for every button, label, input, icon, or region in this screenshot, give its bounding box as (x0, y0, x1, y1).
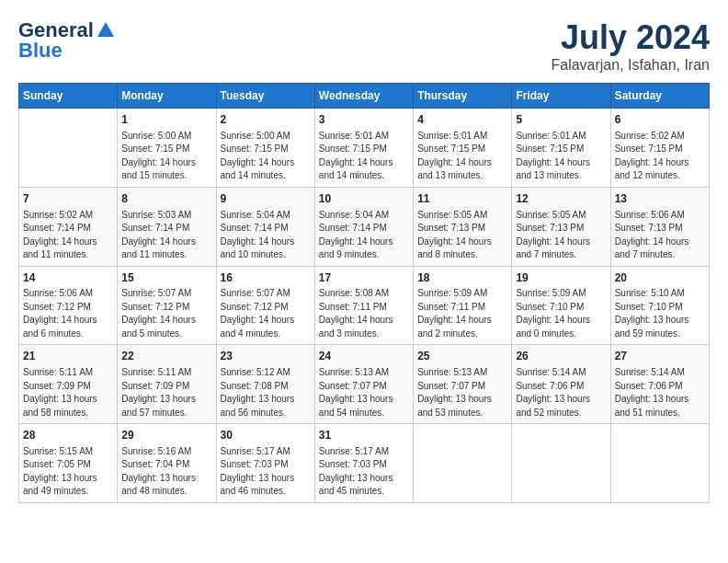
day-number: 23 (221, 349, 311, 364)
location-title: Falavarjan, Isfahan, Iran (551, 57, 710, 74)
weekday-header-saturday: Saturday (610, 84, 709, 109)
day-info: Sunrise: 5:13 AMSunset: 7:07 PMDaylight:… (319, 366, 409, 419)
day-info: Sunrise: 5:04 AMSunset: 7:14 PMDaylight:… (221, 209, 311, 262)
day-info: Sunrise: 5:16 AMSunset: 7:04 PMDaylight:… (121, 445, 211, 499)
calendar-cell: 14Sunrise: 5:06 AMSunset: 7:12 PMDayligh… (19, 266, 118, 345)
calendar-cell: 11Sunrise: 5:05 AMSunset: 7:13 PMDayligh… (414, 187, 512, 266)
day-number: 3 (319, 112, 409, 128)
day-number: 27 (615, 349, 705, 364)
day-info: Sunrise: 5:05 AMSunset: 7:13 PMDaylight:… (417, 209, 507, 262)
day-info: Sunrise: 5:02 AMSunset: 7:15 PMDaylight:… (615, 130, 705, 183)
weekday-header-monday: Monday (118, 84, 216, 109)
day-info: Sunrise: 5:05 AMSunset: 7:13 PMDaylight:… (516, 209, 606, 262)
calendar-cell: 1Sunrise: 5:00 AMSunset: 7:15 PMDaylight… (118, 109, 216, 188)
title-block: July 2024 Falavarjan, Isfahan, Iran (551, 18, 710, 74)
day-number: 6 (615, 112, 705, 128)
calendar-cell: 7Sunrise: 5:02 AMSunset: 7:14 PMDaylight… (19, 187, 118, 266)
calendar-cell: 3Sunrise: 5:01 AMSunset: 7:15 PMDaylight… (314, 109, 413, 188)
day-number: 30 (221, 428, 311, 443)
calendar-cell (19, 109, 118, 188)
day-number: 7 (23, 191, 113, 207)
day-info: Sunrise: 5:00 AMSunset: 7:15 PMDaylight:… (121, 130, 211, 183)
svg-marker-0 (97, 22, 114, 37)
calendar-cell: 17Sunrise: 5:08 AMSunset: 7:11 PMDayligh… (314, 266, 413, 345)
day-number: 18 (417, 270, 507, 286)
day-number: 20 (615, 270, 705, 286)
logo: General Blue (18, 18, 116, 63)
day-info: Sunrise: 5:17 AMSunset: 7:03 PMDaylight:… (221, 445, 311, 499)
calendar-cell: 27Sunrise: 5:14 AMSunset: 7:06 PMDayligh… (610, 345, 709, 424)
day-info: Sunrise: 5:09 AMSunset: 7:10 PMDaylight:… (516, 287, 606, 340)
weekday-row: SundayMondayTuesdayWednesdayThursdayFrid… (19, 84, 710, 109)
calendar-cell: 10Sunrise: 5:04 AMSunset: 7:14 PMDayligh… (314, 187, 413, 266)
weekday-header-friday: Friday (512, 84, 610, 109)
calendar-cell: 18Sunrise: 5:09 AMSunset: 7:11 PMDayligh… (414, 266, 512, 345)
day-number: 14 (23, 270, 113, 286)
day-number: 2 (221, 112, 311, 128)
day-info: Sunrise: 5:07 AMSunset: 7:12 PMDaylight:… (221, 287, 311, 340)
calendar-week-5: 28Sunrise: 5:15 AMSunset: 7:05 PMDayligh… (19, 424, 710, 503)
day-info: Sunrise: 5:11 AMSunset: 7:09 PMDaylight:… (23, 366, 113, 419)
calendar-cell: 23Sunrise: 5:12 AMSunset: 7:08 PMDayligh… (216, 345, 314, 424)
day-number: 19 (516, 270, 606, 286)
logo-blue: Blue (18, 39, 63, 63)
day-info: Sunrise: 5:07 AMSunset: 7:12 PMDaylight:… (121, 287, 211, 340)
day-info: Sunrise: 5:01 AMSunset: 7:15 PMDaylight:… (417, 130, 507, 183)
day-number: 17 (319, 270, 409, 286)
calendar-week-1: 1Sunrise: 5:00 AMSunset: 7:15 PMDaylight… (19, 109, 710, 188)
day-info: Sunrise: 5:17 AMSunset: 7:03 PMDaylight:… (319, 445, 409, 499)
calendar-cell: 29Sunrise: 5:16 AMSunset: 7:04 PMDayligh… (118, 424, 216, 503)
day-number: 4 (417, 112, 507, 128)
logo-icon (96, 20, 116, 40)
page-header: General Blue July 2024 Falavarjan, Isfah… (18, 18, 710, 74)
day-info: Sunrise: 5:14 AMSunset: 7:06 PMDaylight:… (516, 366, 606, 419)
calendar-cell: 24Sunrise: 5:13 AMSunset: 7:07 PMDayligh… (314, 345, 413, 424)
day-number: 15 (121, 270, 211, 286)
day-info: Sunrise: 5:04 AMSunset: 7:14 PMDaylight:… (319, 209, 409, 262)
day-number: 8 (121, 191, 211, 207)
day-info: Sunrise: 5:09 AMSunset: 7:11 PMDaylight:… (417, 287, 507, 340)
day-number: 31 (319, 428, 409, 443)
calendar-cell: 12Sunrise: 5:05 AMSunset: 7:13 PMDayligh… (512, 187, 610, 266)
weekday-header-sunday: Sunday (19, 84, 118, 109)
day-number: 1 (121, 112, 211, 128)
day-info: Sunrise: 5:11 AMSunset: 7:09 PMDaylight:… (121, 366, 211, 419)
calendar-cell: 19Sunrise: 5:09 AMSunset: 7:10 PMDayligh… (512, 266, 610, 345)
calendar-header: SundayMondayTuesdayWednesdayThursdayFrid… (19, 84, 710, 109)
day-number: 21 (23, 349, 113, 364)
day-info: Sunrise: 5:10 AMSunset: 7:10 PMDaylight:… (615, 287, 705, 340)
day-number: 24 (319, 349, 409, 364)
calendar-cell: 31Sunrise: 5:17 AMSunset: 7:03 PMDayligh… (314, 424, 413, 503)
calendar-cell: 20Sunrise: 5:10 AMSunset: 7:10 PMDayligh… (610, 266, 709, 345)
calendar-cell (610, 424, 709, 503)
calendar-cell: 28Sunrise: 5:15 AMSunset: 7:05 PMDayligh… (19, 424, 118, 503)
day-number: 11 (417, 191, 507, 207)
day-info: Sunrise: 5:00 AMSunset: 7:15 PMDaylight:… (221, 130, 311, 183)
day-info: Sunrise: 5:08 AMSunset: 7:11 PMDaylight:… (319, 287, 409, 340)
calendar-cell: 13Sunrise: 5:06 AMSunset: 7:13 PMDayligh… (610, 187, 709, 266)
day-number: 10 (319, 191, 409, 207)
day-info: Sunrise: 5:03 AMSunset: 7:14 PMDaylight:… (121, 209, 211, 262)
calendar-cell: 16Sunrise: 5:07 AMSunset: 7:12 PMDayligh… (216, 266, 314, 345)
calendar-cell: 2Sunrise: 5:00 AMSunset: 7:15 PMDaylight… (216, 109, 314, 188)
day-info: Sunrise: 5:12 AMSunset: 7:08 PMDaylight:… (221, 366, 311, 419)
day-info: Sunrise: 5:06 AMSunset: 7:13 PMDaylight:… (615, 209, 705, 262)
calendar-cell: 30Sunrise: 5:17 AMSunset: 7:03 PMDayligh… (216, 424, 314, 503)
calendar-cell: 25Sunrise: 5:13 AMSunset: 7:07 PMDayligh… (414, 345, 512, 424)
calendar-cell: 8Sunrise: 5:03 AMSunset: 7:14 PMDaylight… (118, 187, 216, 266)
day-number: 22 (121, 349, 211, 364)
day-number: 26 (516, 349, 606, 364)
day-number: 9 (221, 191, 311, 207)
weekday-header-thursday: Thursday (414, 84, 512, 109)
day-number: 12 (516, 191, 606, 207)
month-title: July 2024 (551, 18, 710, 57)
day-info: Sunrise: 5:02 AMSunset: 7:14 PMDaylight:… (23, 209, 113, 262)
day-info: Sunrise: 5:06 AMSunset: 7:12 PMDaylight:… (23, 287, 113, 340)
calendar-week-2: 7Sunrise: 5:02 AMSunset: 7:14 PMDaylight… (19, 187, 710, 266)
day-info: Sunrise: 5:14 AMSunset: 7:06 PMDaylight:… (615, 366, 705, 419)
day-info: Sunrise: 5:01 AMSunset: 7:15 PMDaylight:… (516, 130, 606, 183)
calendar-body: 1Sunrise: 5:00 AMSunset: 7:15 PMDaylight… (19, 109, 710, 503)
calendar-cell (414, 424, 512, 503)
calendar-cell: 5Sunrise: 5:01 AMSunset: 7:15 PMDaylight… (512, 109, 610, 188)
calendar-cell: 9Sunrise: 5:04 AMSunset: 7:14 PMDaylight… (216, 187, 314, 266)
